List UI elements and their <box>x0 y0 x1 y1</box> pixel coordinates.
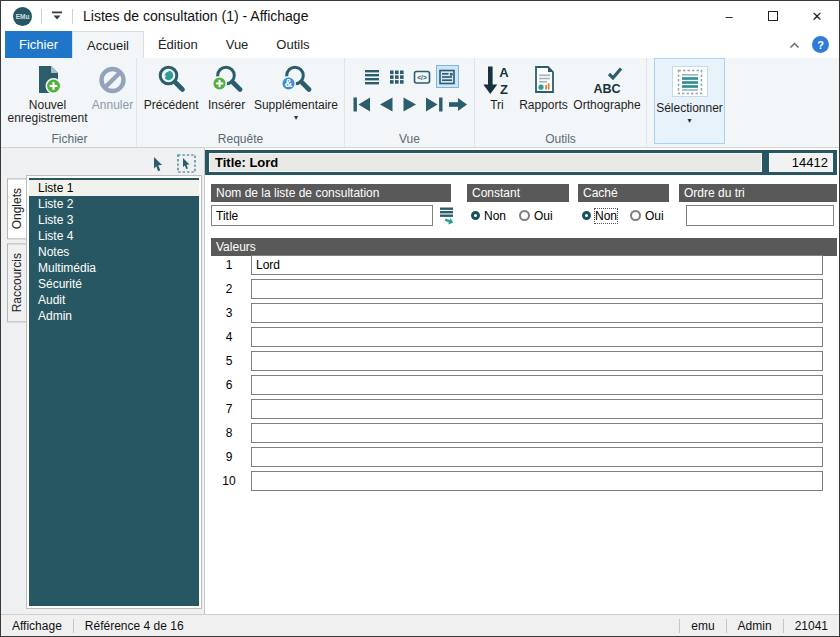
status-reference: Référence 4 de 16 <box>74 619 195 633</box>
collapse-ribbon-icon[interactable] <box>789 38 800 52</box>
additional-label: Supplémentaire <box>254 99 338 112</box>
previous-button[interactable]: Précédent <box>140 62 202 114</box>
value-row: 1 <box>211 255 823 275</box>
reports-button[interactable]: Rapports <box>516 62 571 114</box>
radio-label: Oui <box>534 209 553 223</box>
value-input[interactable] <box>251 255 823 275</box>
value-row-number: 4 <box>211 330 247 344</box>
record-header-bar: Title: Lord 14412 <box>205 150 837 175</box>
svg-text:</>: </> <box>417 74 427 81</box>
value-input[interactable] <box>251 351 823 371</box>
tab-vue[interactable]: Vue <box>212 31 263 58</box>
minimize-button[interactable]: – <box>707 1 751 31</box>
dropdown-caret-icon: ▾ <box>687 117 691 125</box>
undo-label: Annuler <box>92 99 133 112</box>
tab-accueil[interactable]: Accueil <box>72 31 144 58</box>
value-row-number: 6 <box>211 378 247 392</box>
search-additional-icon: & <box>280 64 312 96</box>
value-row: 2 <box>211 279 823 299</box>
first-record-button[interactable] <box>350 96 374 112</box>
next-record-button[interactable] <box>398 96 422 112</box>
sidebar-item[interactable]: Admin <box>29 308 199 324</box>
radio-unselected-icon <box>630 210 641 221</box>
value-input[interactable] <box>251 303 823 323</box>
sidebar-tab-raccourcis[interactable]: Raccourcis <box>7 243 27 322</box>
view-details-button[interactable] <box>436 65 459 88</box>
quick-access-dropdown-icon[interactable] <box>51 11 63 21</box>
value-row-number: 9 <box>211 450 247 464</box>
grid-view-icon <box>388 68 406 86</box>
status-group: Admin <box>727 619 783 633</box>
additional-button[interactable]: & Supplémentaire ▾ <box>251 62 341 124</box>
sort-az-icon: A Z <box>481 64 513 96</box>
sort-order-field-label: Ordre du tri <box>679 184 837 202</box>
value-input[interactable] <box>251 279 823 299</box>
hidden-non-radio[interactable]: Non <box>582 209 617 223</box>
sidebar-item[interactable]: Liste 3 <box>29 212 199 228</box>
select-button[interactable]: Sélectionner ▾ <box>654 58 725 144</box>
status-number: 21041 <box>784 619 839 633</box>
radio-label-focused: Non <box>595 209 617 223</box>
sidebar-item[interactable]: Sécurité <box>29 276 199 292</box>
record-number: 14412 <box>769 153 833 172</box>
help-button[interactable]: ? <box>812 36 829 53</box>
record-detail-pane: Title: Lord 14412 Nom de la liste de con… <box>205 148 839 614</box>
goto-record-button[interactable] <box>446 96 470 112</box>
value-input[interactable] <box>251 375 823 395</box>
hidden-radio-group: Non Oui <box>582 205 664 226</box>
sidebar-item[interactable]: Multimédia <box>29 260 199 276</box>
radio-label: Non <box>484 209 506 223</box>
sidebar-item[interactable]: Audit <box>29 292 199 308</box>
spelling-button[interactable]: ABC Orthographe <box>571 62 643 114</box>
select-region-tool-icon[interactable] <box>177 154 196 176</box>
group-caption-outils: Outils <box>475 132 646 146</box>
ribbon-group-outils: A Z Tri Rapports <box>475 58 647 147</box>
constant-oui-radio[interactable]: Oui <box>519 209 553 223</box>
sort-button[interactable]: A Z Tri <box>478 62 516 114</box>
previous-record-button[interactable] <box>374 96 398 112</box>
last-record-button[interactable] <box>422 96 446 112</box>
last-record-icon <box>424 97 444 112</box>
value-input[interactable] <box>251 399 823 419</box>
view-code-button[interactable]: </> <box>411 65 434 88</box>
maximize-button[interactable] <box>751 1 795 31</box>
constant-field-label: Constant <box>467 184 569 202</box>
hidden-oui-radio[interactable]: Oui <box>630 209 664 223</box>
group-caption-vue: Vue <box>345 132 474 146</box>
sidebar-item[interactable]: Liste 4 <box>29 228 199 244</box>
values-section-label: Valeurs <box>211 238 837 256</box>
insert-button[interactable]: Insérer <box>202 62 251 114</box>
sidebar-item[interactable]: Liste 2 <box>29 196 199 212</box>
search-previous-icon <box>155 64 187 96</box>
sort-order-input[interactable] <box>686 205 834 226</box>
close-button[interactable]: ✕ <box>795 1 839 31</box>
tab-edition[interactable]: Édition <box>144 31 212 58</box>
value-input[interactable] <box>251 471 823 491</box>
tab-fichier[interactable]: Fichier <box>5 31 72 58</box>
constant-radio-group: Non Oui <box>471 205 553 226</box>
tab-outils[interactable]: Outils <box>262 31 323 58</box>
value-row-number: 8 <box>211 426 247 440</box>
value-input[interactable] <box>251 447 823 467</box>
lookup-list-icon[interactable] <box>438 206 458 229</box>
sidebar-tab-onglets[interactable]: Onglets <box>7 178 27 239</box>
sidebar-item[interactable]: Notes <box>29 244 199 260</box>
view-list-button[interactable] <box>361 65 384 88</box>
dropdown-caret-icon: ▾ <box>294 114 298 122</box>
sidebar-item[interactable]: Liste 1 <box>29 180 199 196</box>
constant-non-radio[interactable]: Non <box>471 209 506 223</box>
reports-icon <box>528 64 560 96</box>
pointer-tool-icon[interactable] <box>150 156 166 175</box>
value-row: 4 <box>211 327 823 347</box>
insert-label: Insérer <box>208 99 245 112</box>
radio-selected-icon <box>471 211 480 220</box>
tabs-panel: Liste 1Liste 2Liste 3Liste 4NotesMultimé… <box>27 176 201 608</box>
view-grid-button[interactable] <box>386 65 409 88</box>
value-row: 8 <box>211 423 823 443</box>
ribbon-tab-bar: Fichier Accueil Édition Vue Outils ? <box>1 31 839 58</box>
new-record-button[interactable]: Nouvel enregistrement <box>4 62 90 127</box>
record-summary: Title: Lord <box>209 153 762 172</box>
value-input[interactable] <box>251 423 823 443</box>
name-input[interactable] <box>211 205 433 226</box>
value-input[interactable] <box>251 327 823 347</box>
